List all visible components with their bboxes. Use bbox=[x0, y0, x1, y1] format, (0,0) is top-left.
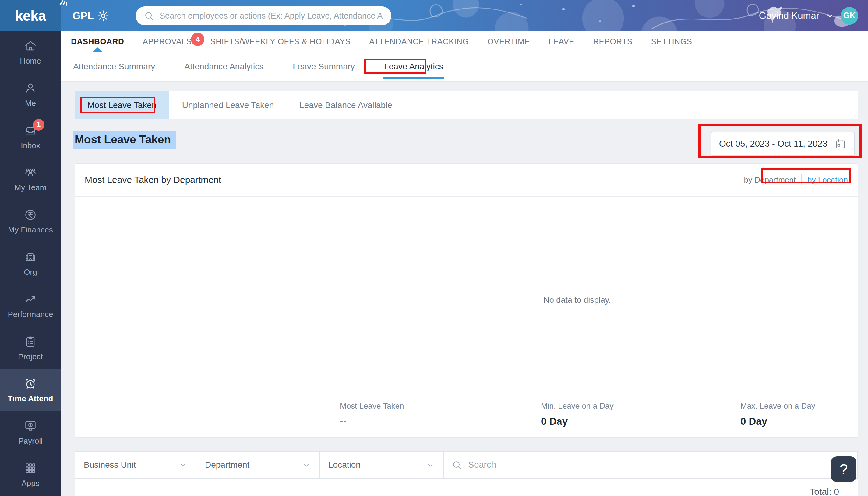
search-icon bbox=[144, 11, 154, 21]
table-search bbox=[444, 452, 857, 478]
date-range-picker[interactable]: Oct 05, 2023 - Oct 11, 2023 bbox=[710, 132, 855, 156]
toggle-by-location[interactable]: by Location bbox=[807, 175, 848, 185]
global-search-input[interactable] bbox=[160, 11, 383, 21]
rupee-circle-icon bbox=[24, 208, 37, 221]
page-title: Most Leave Taken bbox=[73, 131, 176, 150]
keka-logo[interactable]: keka bbox=[0, 0, 61, 31]
tab-overtime[interactable]: OVERTIME bbox=[487, 31, 530, 52]
date-range-value: Oct 05, 2023 - Oct 11, 2023 bbox=[719, 139, 827, 149]
main-nav: DASHBOARD APPROVALS 4 SHIFTS/WEEKLY OFFS… bbox=[61, 31, 868, 52]
tab-dashboard[interactable]: DASHBOARD bbox=[71, 31, 124, 52]
filter-row: Business Unit Department Location bbox=[75, 451, 858, 479]
payroll-monitor-icon bbox=[24, 419, 37, 433]
chevron-down-icon bbox=[426, 461, 435, 469]
user-name: Govind Kumar bbox=[759, 10, 819, 21]
stat-min-leave-on-day: Min. Leave on a Day 0 Day bbox=[541, 401, 613, 427]
subtab-attendance-summary[interactable]: Attendance Summary bbox=[73, 52, 155, 81]
chart-group-toggle: by Department by Location bbox=[744, 174, 848, 185]
stat-most-leave-taken: Most Leave Taken -- bbox=[340, 401, 404, 427]
global-search bbox=[136, 6, 391, 25]
toggle-by-department[interactable]: by Department bbox=[744, 175, 796, 185]
chevron-down-icon bbox=[302, 461, 311, 469]
approvals-badge: 4 bbox=[191, 33, 204, 46]
stat-max-leave-on-day: Max. Leave on a Day 0 Day bbox=[740, 401, 815, 427]
calendar-icon bbox=[834, 138, 847, 150]
sidebar: Home Me 1 Inbox bbox=[0, 31, 61, 496]
subtab-leave-analytics[interactable]: Leave Analytics bbox=[384, 52, 444, 81]
department-dropdown[interactable]: Department bbox=[196, 452, 320, 478]
sidebar-item-me[interactable]: Me bbox=[0, 74, 61, 116]
sidebar-item-payroll[interactable]: Payroll bbox=[0, 412, 61, 454]
tab-shifts-weekly-offs-holidays[interactable]: SHIFTS/WEEKLY OFFS & HOLIDAYS bbox=[210, 31, 350, 52]
sidebar-item-home[interactable]: Home bbox=[0, 31, 61, 74]
user-menu[interactable]: Govind Kumar GK bbox=[759, 0, 858, 31]
view-tabs: Most Leave Taken Unplanned Leave Taken L… bbox=[75, 91, 858, 119]
clipboard-icon bbox=[24, 335, 37, 348]
sidebar-item-inbox[interactable]: 1 Inbox bbox=[0, 116, 61, 158]
viewtab-most-leave-taken[interactable]: Most Leave Taken bbox=[75, 91, 169, 119]
team-icon bbox=[24, 166, 37, 179]
toggle-divider bbox=[801, 174, 802, 185]
sidebar-item-my-finances[interactable]: My Finances bbox=[0, 200, 61, 243]
tab-approvals[interactable]: APPROVALS 4 bbox=[143, 31, 192, 52]
tab-leave[interactable]: LEAVE bbox=[549, 31, 574, 52]
sidebar-item-my-team[interactable]: My Team bbox=[0, 158, 61, 200]
sidebar-item-project[interactable]: Project bbox=[0, 327, 61, 369]
inbox-badge: 1 bbox=[33, 119, 44, 130]
org-name: GPL bbox=[73, 0, 94, 31]
keka-logo-text: keka bbox=[15, 7, 46, 24]
leave-chart-card: Most Leave Taken by Department by Depart… bbox=[75, 164, 858, 437]
sidebar-item-performance[interactable]: Performance bbox=[0, 285, 61, 327]
chart-axis-line bbox=[297, 204, 297, 409]
topbar: keka GPL Govind Kumar GK bbox=[0, 0, 868, 31]
inbox-icon: 1 bbox=[24, 124, 37, 137]
subtab-leave-summary[interactable]: Leave Summary bbox=[293, 52, 355, 81]
tab-settings[interactable]: SETTINGS bbox=[651, 31, 692, 52]
table-search-input[interactable] bbox=[468, 460, 850, 470]
chart-empty-message: No data to display. bbox=[297, 295, 858, 305]
location-dropdown[interactable]: Location bbox=[320, 452, 444, 478]
viewtab-unplanned-leave-taken[interactable]: Unplanned Leave Taken bbox=[169, 91, 287, 119]
search-icon bbox=[452, 460, 462, 470]
table-footer: Total: 0 bbox=[75, 479, 858, 496]
subtab-attendance-analytics[interactable]: Attendance Analytics bbox=[184, 52, 264, 81]
sidebar-item-time-attend[interactable]: Time Attend bbox=[0, 369, 61, 412]
app-root: keka GPL Govind Kumar GK bbox=[0, 0, 868, 496]
sidebar-item-org[interactable]: Org bbox=[0, 243, 61, 285]
chevron-down-icon bbox=[179, 461, 187, 469]
main-content: DASHBOARD APPROVALS 4 SHIFTS/WEEKLY OFFS… bbox=[61, 31, 868, 496]
help-button[interactable]: ? bbox=[831, 456, 856, 482]
business-unit-dropdown[interactable]: Business Unit bbox=[75, 452, 196, 478]
viewtab-leave-balance-available[interactable]: Leave Balance Available bbox=[287, 91, 405, 119]
sub-nav: Attendance Summary Attendance Analytics … bbox=[61, 52, 868, 82]
trend-up-icon bbox=[24, 293, 37, 306]
sidebar-item-apps[interactable]: Apps bbox=[0, 454, 61, 496]
chart-card-header: Most Leave Taken by Department by Depart… bbox=[75, 164, 858, 197]
person-icon bbox=[24, 81, 37, 95]
alarm-clock-icon bbox=[24, 377, 37, 390]
chevron-down-icon bbox=[825, 11, 835, 20]
avatar[interactable]: GK bbox=[841, 7, 858, 25]
keka-logo-spark-icon bbox=[59, 0, 69, 6]
chart-title: Most Leave Taken by Department bbox=[85, 175, 221, 185]
apps-grid-icon bbox=[24, 462, 37, 475]
home-icon bbox=[24, 39, 37, 53]
gear-icon[interactable] bbox=[97, 10, 110, 22]
tab-reports[interactable]: REPORTS bbox=[593, 31, 632, 52]
tab-attendance-tracking[interactable]: ATTENDANCE TRACKING bbox=[369, 31, 469, 52]
total-count: Total: 0 bbox=[809, 486, 839, 496]
building-icon bbox=[24, 250, 37, 264]
